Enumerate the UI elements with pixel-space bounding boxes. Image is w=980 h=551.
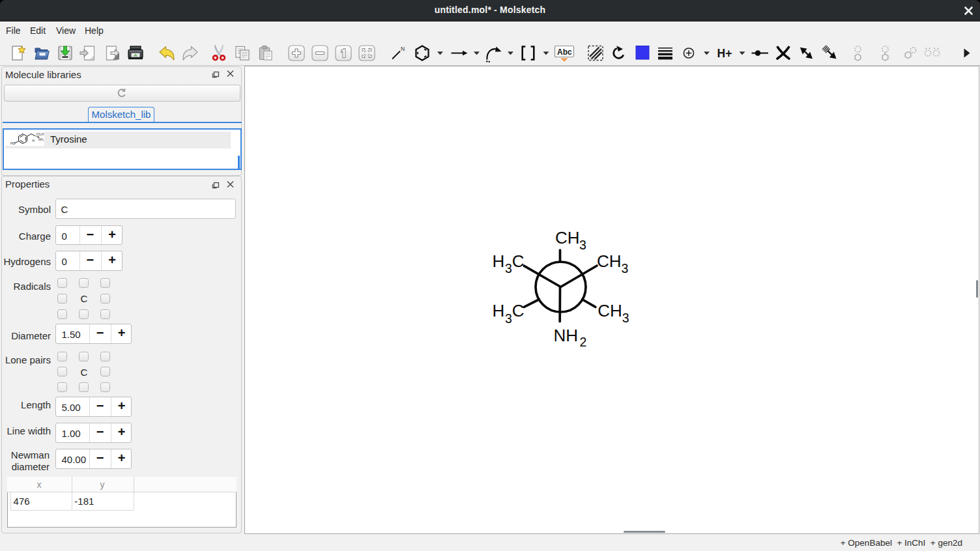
- svg-text:C: C: [512, 301, 525, 320]
- svg-text:CO₂H: CO₂H: [36, 133, 44, 136]
- svg-text:3: 3: [622, 311, 629, 325]
- svg-text:N: N: [401, 46, 405, 52]
- svg-text:H+: H+: [717, 47, 732, 60]
- svg-text:H: H: [492, 301, 504, 320]
- svg-text:3: 3: [622, 261, 629, 276]
- svg-text:CH: CH: [597, 251, 622, 271]
- svg-text:2: 2: [580, 335, 587, 349]
- svg-text:NH₂: NH₂: [38, 138, 44, 141]
- svg-text:C: C: [512, 251, 525, 271]
- svg-text:3: 3: [505, 261, 512, 276]
- svg-text:HO: HO: [10, 141, 16, 145]
- svg-text:3: 3: [579, 238, 586, 252]
- svg-text:CH: CH: [598, 301, 622, 320]
- svg-text:H: H: [33, 139, 35, 143]
- svg-text:NH: NH: [554, 326, 579, 345]
- svg-text:H: H: [492, 251, 504, 271]
- svg-text:CH: CH: [555, 228, 580, 247]
- svg-text:3: 3: [505, 311, 512, 326]
- svg-text:Abc: Abc: [557, 48, 572, 57]
